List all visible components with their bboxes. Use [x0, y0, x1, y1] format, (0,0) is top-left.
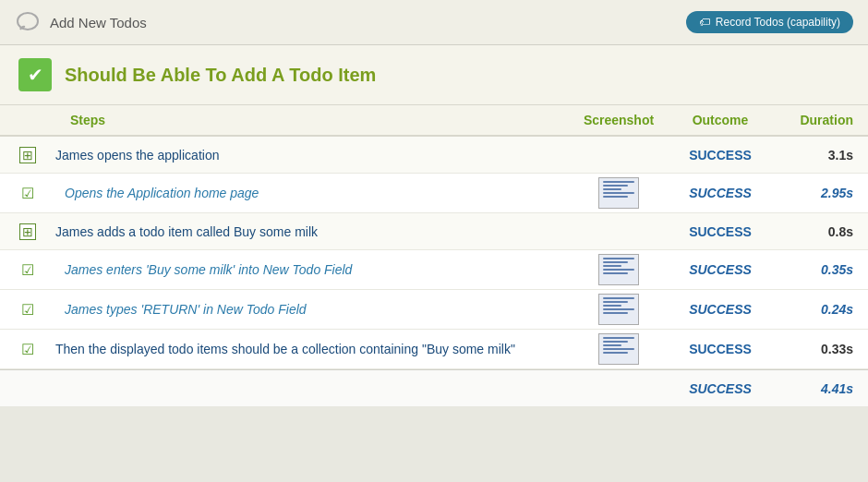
screenshot-thumbnail[interactable]	[598, 254, 639, 285]
check-icon: ☑	[21, 185, 34, 202]
summary-screenshot	[573, 385, 665, 392]
expand-button[interactable]: ⊞	[19, 223, 36, 240]
outcome-cell: SUCCESS	[665, 262, 776, 277]
screenshot-cell	[573, 151, 665, 159]
check-icon: ☑	[21, 341, 34, 358]
check-icon: ☑	[21, 261, 34, 279]
screenshot-thumbnail[interactable]	[598, 333, 639, 365]
column-headers: Steps Screenshot Outcome Duration	[0, 105, 868, 137]
expand-cell: ☑	[0, 261, 55, 279]
step-label: James adds a todo item called Buy some m…	[55, 217, 573, 247]
step-label: Then the displayed todo items should be …	[55, 334, 573, 364]
suite-check-icon: ✔	[18, 58, 52, 91]
screenshot-cell[interactable]	[573, 290, 665, 329]
expand-cell: ☑	[0, 301, 55, 319]
screenshot-cell[interactable]	[573, 330, 665, 368]
duration-cell: 3.1s	[776, 148, 868, 163]
duration-cell: 0.8s	[776, 224, 868, 239]
top-bar-title: Add New Todos	[50, 15, 147, 30]
col-expand	[0, 113, 55, 127]
expand-cell: ⊞	[0, 147, 55, 163]
col-outcome: Outcome	[665, 113, 776, 127]
summary-outcome: SUCCESS	[665, 381, 776, 396]
duration-cell: 0.35s	[776, 262, 868, 277]
step-label: Opens the Application home page	[55, 178, 573, 208]
outcome-cell: SUCCESS	[665, 186, 776, 200]
table-row: ☑ Then the displayed todo items should b…	[0, 330, 868, 369]
screenshot-cell	[573, 228, 665, 235]
screenshot-cell[interactable]	[573, 174, 665, 212]
outcome-cell: SUCCESS	[665, 148, 776, 163]
table-row: ⊞ James opens the application SUCCESS 3.…	[0, 137, 868, 174]
outcome-cell: SUCCESS	[665, 224, 776, 239]
top-bar: Add New Todos 🏷 Record Todos (capability…	[0, 0, 868, 45]
record-todos-button[interactable]: 🏷 Record Todos (capability)	[686, 11, 853, 33]
expand-cell: ⊞	[0, 223, 55, 240]
check-icon: ☑	[21, 301, 34, 319]
steps-table: Steps Screenshot Outcome Duration ⊞ Jame…	[0, 105, 868, 406]
expand-cell: ☑	[0, 341, 55, 358]
suite-header: ✔ Should Be Able To Add A Todo Item	[0, 45, 868, 105]
table-row: ☑ James enters 'Buy some milk' into New …	[0, 250, 868, 290]
svg-point-0	[18, 13, 38, 30]
col-steps: Steps	[55, 113, 573, 127]
duration-cell: 2.95s	[776, 186, 868, 200]
screenshot-thumbnail[interactable]	[598, 294, 639, 325]
chat-icon	[15, 9, 41, 35]
table-row: ☑ Opens the Application home page SUCCES…	[0, 174, 868, 213]
table-row: ☑ James types 'RETURN' in New Todo Field…	[0, 290, 868, 330]
duration-cell: 0.33s	[776, 342, 868, 356]
step-label: James enters 'Buy some milk' into New To…	[55, 255, 573, 284]
outcome-cell: SUCCESS	[665, 342, 776, 356]
step-label: James opens the application	[55, 140, 573, 170]
summary-row: SUCCESS 4.41s	[0, 369, 868, 406]
suite-title: Should Be Able To Add A Todo Item	[65, 65, 376, 86]
expand-button[interactable]: ⊞	[19, 147, 36, 163]
outcome-cell: SUCCESS	[665, 302, 776, 317]
tag-icon: 🏷	[699, 16, 710, 29]
screenshot-cell[interactable]	[573, 250, 665, 289]
col-duration: Duration	[776, 113, 868, 127]
table-row: ⊞ James adds a todo item called Buy some…	[0, 213, 868, 250]
top-bar-left: Add New Todos	[15, 9, 147, 35]
duration-cell: 0.24s	[776, 302, 868, 317]
step-label: James types 'RETURN' in New Todo Field	[55, 295, 573, 324]
screenshot-thumbnail[interactable]	[598, 177, 639, 209]
col-screenshot: Screenshot	[573, 113, 665, 127]
record-btn-label: Record Todos (capability)	[716, 16, 840, 29]
summary-duration: 4.41s	[776, 381, 868, 396]
expand-cell: ☑	[0, 185, 55, 202]
